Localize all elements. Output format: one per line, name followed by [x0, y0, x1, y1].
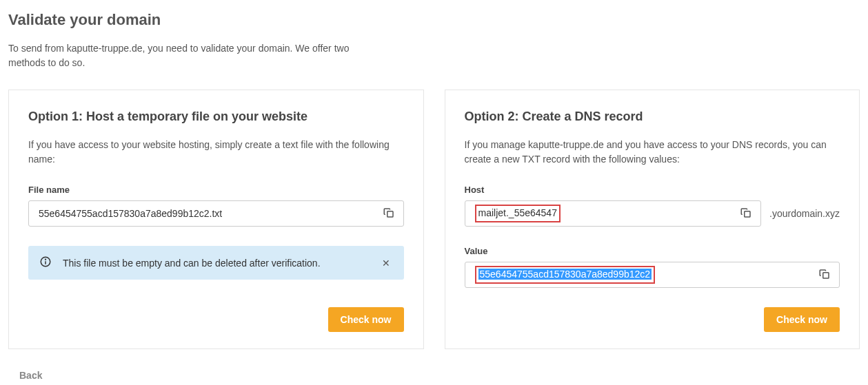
- option1-heading: Option 1: Host a temporary file on your …: [28, 110, 404, 124]
- check-now-button-option1[interactable]: Check now: [328, 307, 404, 332]
- svg-rect-4: [745, 211, 750, 216]
- value-input[interactable]: 55e6454755acd157830a7a8ed99b12c2: [465, 262, 840, 288]
- copy-value-button[interactable]: [816, 265, 834, 285]
- host-value-wrap: mailjet._55e64547: [475, 205, 738, 222]
- page-subtitle: To send from kaputte-truppe.de, you need…: [8, 41, 367, 70]
- svg-rect-0: [387, 211, 392, 216]
- info-alert: This file must be empty and can be delet…: [28, 246, 404, 280]
- value-selected: 55e6454755acd157830a7a8ed99b12c2: [478, 269, 652, 280]
- page-title: Validate your domain: [8, 11, 860, 29]
- info-message: This file must be empty and can be delet…: [63, 258, 368, 269]
- info-icon: [39, 256, 52, 270]
- copy-icon: [383, 207, 395, 221]
- file-name-input[interactable]: 55e6454755acd157830a7a8ed99b12c2.txt: [28, 200, 404, 227]
- option2-desc: If you manage kaputte-truppe.de and you …: [465, 138, 840, 167]
- host-label: Host: [465, 185, 840, 195]
- option2-card: Option 2: Create a DNS record If you man…: [445, 90, 860, 349]
- value-label: Value: [465, 246, 840, 256]
- option1-card: Option 1: Host a temporary file on your …: [8, 90, 424, 349]
- svg-point-3: [46, 259, 46, 260]
- copy-icon: [740, 207, 752, 221]
- option1-desc: If you have access to your website hosti…: [28, 138, 404, 167]
- value-wrap: 55e6454755acd157830a7a8ed99b12c2: [475, 266, 816, 284]
- svg-rect-5: [823, 272, 829, 278]
- host-input[interactable]: mailjet._55e64547: [465, 200, 762, 227]
- close-icon: ✕: [382, 258, 390, 269]
- file-name-label: File name: [28, 185, 404, 195]
- option2-heading: Option 2: Create a DNS record: [465, 110, 840, 124]
- host-value: mailjet._55e64547: [475, 205, 561, 222]
- copy-file-button[interactable]: [380, 204, 398, 224]
- check-now-button-option2[interactable]: Check now: [764, 307, 840, 332]
- file-name-value: 55e6454755acd157830a7a8ed99b12c2.txt: [39, 208, 380, 219]
- host-suffix: .yourdomain.xyz: [769, 208, 840, 219]
- copy-icon: [818, 268, 831, 282]
- back-link[interactable]: Back: [19, 370, 42, 381]
- close-info-button[interactable]: ✕: [379, 257, 393, 269]
- value-red-box: 55e6454755acd157830a7a8ed99b12c2: [475, 266, 656, 284]
- copy-host-button[interactable]: [737, 204, 755, 224]
